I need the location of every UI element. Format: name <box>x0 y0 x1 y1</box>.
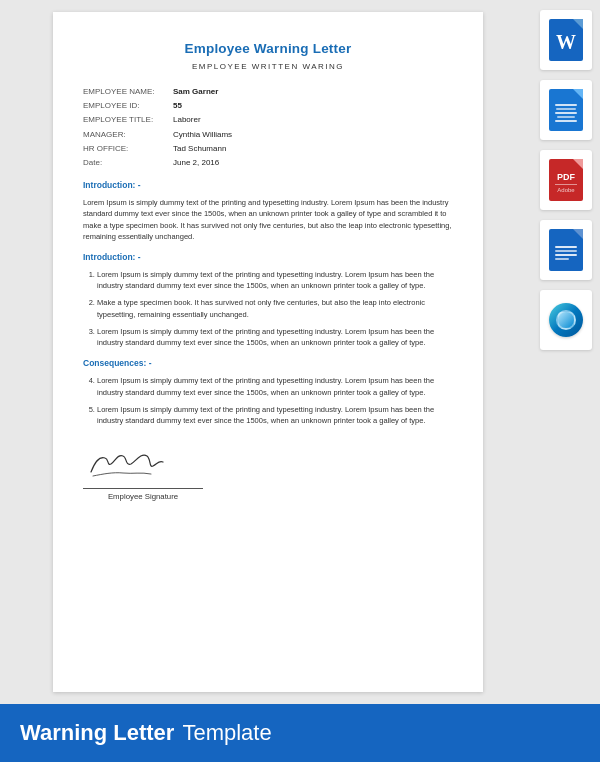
bottom-bar: Warning Letter Template <box>0 704 600 762</box>
consequences-list: Lorem Ipsum is simply dummy text of the … <box>83 375 453 426</box>
value-employee-name: Sam Garner <box>173 86 218 97</box>
openoffice-icon[interactable] <box>540 290 592 350</box>
word-icon-1[interactable]: W <box>540 10 592 70</box>
value-date: June 2, 2016 <box>173 157 219 168</box>
list-item-5: Lorem Ipsum is simply dummy text of the … <box>97 404 453 427</box>
pdf-icon[interactable]: PDF Adobe <box>540 150 592 210</box>
value-employee-id: 55 <box>173 100 182 111</box>
field-manager: MANAGER: Cynthia Williams <box>83 129 453 140</box>
list-item-3: Lorem Ipsum is simply dummy text of the … <box>97 326 453 349</box>
intro-list: Lorem Ipsum is simply dummy text of the … <box>83 269 453 349</box>
field-employee-name: EMPLOYEE NAME: Sam Garner <box>83 86 453 97</box>
label-date: Date: <box>83 157 173 168</box>
label-employee-id: EMPLOYEE ID: <box>83 100 173 111</box>
sidebar: W PDF <box>532 0 600 704</box>
list-item-1: Lorem Ipsum is simply dummy text of the … <box>97 269 453 292</box>
signature-line <box>83 488 203 489</box>
document: Employee Warning Letter EMPLOYEE WRITTEN… <box>53 12 483 692</box>
content-area: Employee Warning Letter EMPLOYEE WRITTEN… <box>0 0 600 704</box>
label-manager: MANAGER: <box>83 129 173 140</box>
section-heading-1: Introduction: - <box>83 180 453 192</box>
value-manager: Cynthia Williams <box>173 129 232 140</box>
main-container: Employee Warning Letter EMPLOYEE WRITTEN… <box>0 0 600 762</box>
bottom-title-normal: Template <box>182 720 271 746</box>
field-hr-office: HR OFFICE: Tad Schumann <box>83 143 453 154</box>
section-heading-3: Consequences: - <box>83 358 453 370</box>
label-employee-title: EMPLOYEE TITLE: <box>83 114 173 125</box>
value-employee-title: Laborer <box>173 114 201 125</box>
section-1-text: Lorem Ipsum is simply dummy text of the … <box>83 197 453 242</box>
employee-info-table: EMPLOYEE NAME: Sam Garner EMPLOYEE ID: 5… <box>83 86 453 168</box>
signature-svg <box>83 444 183 482</box>
value-hr-office: Tad Schumann <box>173 143 226 154</box>
field-employee-id: EMPLOYEE ID: 55 <box>83 100 453 111</box>
document-wrapper: Employee Warning Letter EMPLOYEE WRITTEN… <box>0 0 532 704</box>
field-date: Date: June 2, 2016 <box>83 157 453 168</box>
document-title: Employee Warning Letter <box>83 40 453 59</box>
section-heading-2: Introduction: - <box>83 252 453 264</box>
field-employee-title: EMPLOYEE TITLE: Laborer <box>83 114 453 125</box>
bottom-title-bold: Warning Letter <box>20 720 174 746</box>
google-docs-icon[interactable] <box>540 220 592 280</box>
word-icon-2[interactable] <box>540 80 592 140</box>
label-hr-office: HR OFFICE: <box>83 143 173 154</box>
list-item-2: Make a type specimen book. It has surviv… <box>97 297 453 320</box>
signature-label: Employee Signature <box>83 492 203 503</box>
signature-area: Employee Signature <box>83 444 453 502</box>
document-subtitle: EMPLOYEE WRITTEN WARING <box>83 61 453 72</box>
list-item-4: Lorem Ipsum is simply dummy text of the … <box>97 375 453 398</box>
label-employee-name: EMPLOYEE NAME: <box>83 86 173 97</box>
